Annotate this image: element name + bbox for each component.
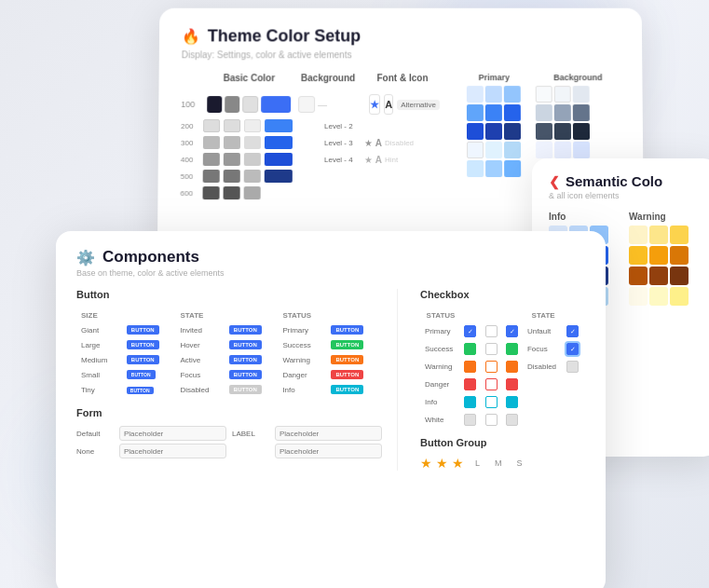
warn-sw-5 (649, 246, 668, 265)
cb-primary-1[interactable]: ✓ (464, 325, 476, 337)
checkbox-section: Checkbox STATUS STATE Primary ✓ (413, 289, 585, 471)
row-200: 200 Level - 2 (181, 119, 452, 132)
danger-status-btn[interactable]: BUTTON (331, 370, 363, 379)
alternative-badge: Alternative (397, 100, 440, 110)
cb-white-1[interactable] (464, 414, 476, 426)
tiny-btn[interactable]: BUTTON (127, 387, 154, 394)
cb-info-1[interactable] (464, 396, 476, 408)
bg-sw-8 (554, 123, 571, 140)
form-section-title: Form (76, 407, 382, 418)
large-btn[interactable]: BUTTON (127, 340, 159, 349)
cb-row-warning: Warning Disabled (422, 359, 583, 375)
dark-swatch (207, 96, 222, 113)
small-btn[interactable]: BUTTON (127, 370, 156, 379)
cb-danger-2[interactable] (485, 378, 498, 390)
cb-warning-3[interactable] (506, 361, 518, 373)
cb-focus[interactable]: ✓ (566, 343, 579, 355)
bg-sw-12 (573, 142, 590, 158)
primary-swatch-8 (485, 123, 502, 140)
button-table: SIZE STATE STATUS Giant BUTTON Invited B… (76, 308, 382, 398)
btn-row-small: Small BUTTON Focus BUTTON Danger BUTTON (78, 368, 380, 381)
flame-icon: 🔥 (182, 28, 200, 46)
primary-status-btn[interactable]: BUTTON (331, 325, 363, 335)
primary-swatch-9 (504, 123, 521, 140)
row-400: 400 Level - 4 ★ A Hint (181, 153, 453, 166)
cb-white-2[interactable] (485, 414, 498, 426)
primary-swatch-15 (505, 160, 522, 177)
cb-warning-2[interactable] (485, 361, 498, 373)
form-extra-input[interactable] (275, 444, 382, 458)
warning-grid (629, 226, 702, 306)
bg-sw-11 (554, 142, 571, 158)
info-label: Info (549, 212, 621, 222)
cb-primary-2[interactable] (485, 325, 498, 337)
giant-btn[interactable]: BUTTON (127, 325, 159, 335)
form-default-input[interactable] (119, 426, 226, 441)
theme-card-title: Theme Color Setup (208, 27, 361, 47)
cb-row-white: White (422, 412, 583, 428)
active-btn[interactable]: BUTTON (229, 355, 262, 364)
cb-danger-1[interactable] (464, 378, 476, 390)
primary-swatch-12 (504, 142, 521, 158)
cb-danger-3[interactable] (506, 378, 518, 390)
basic-color-header: Basic Color (207, 73, 291, 89)
cb-unfault[interactable]: ✓ (566, 325, 579, 337)
disabled-btn[interactable]: BUTTON (229, 385, 262, 394)
a-icon-box: A (384, 94, 393, 115)
cb-info-2[interactable] (485, 396, 498, 408)
size-l: L (475, 458, 480, 468)
cb-row-danger: Danger (422, 376, 583, 392)
cb-info-3[interactable] (506, 396, 518, 408)
invited-btn[interactable]: BUTTON (229, 325, 262, 335)
cb-white-3[interactable] (506, 414, 518, 426)
cb-row-info: Info (422, 394, 583, 410)
warn-sw-8 (649, 267, 668, 285)
primary-swatch-4 (467, 104, 484, 121)
checkbox-section-title: Checkbox (420, 289, 585, 300)
btn-row-giant: Giant BUTTON Invited BUTTON Primary BUTT… (78, 323, 380, 336)
bg-sw-3 (573, 86, 590, 103)
success-status-btn[interactable]: BUTTON (331, 340, 363, 349)
bg-swatch-1 (298, 96, 315, 113)
warn-sw-12 (670, 287, 689, 306)
btn-row-tiny: Tiny BUTTON Disabled BUTTON Info BUTTON (78, 383, 380, 396)
star-3: ★ (452, 456, 464, 471)
cb-success-3[interactable] (506, 343, 518, 355)
components-subtitle: Base on theme, color & active elements (76, 268, 585, 278)
state-col-header: STATE (177, 309, 224, 321)
cb-warning-1[interactable] (464, 361, 476, 373)
cb-row-primary: Primary ✓ ✓ Unfault ✓ (422, 323, 583, 339)
primary-swatch-7 (467, 123, 484, 140)
primary-swatch-3 (504, 86, 521, 103)
cb-success-2[interactable] (485, 343, 498, 355)
warn-sw-2 (649, 226, 668, 244)
size-labels: L M S (475, 458, 523, 468)
hover-btn[interactable]: BUTTON (229, 340, 262, 349)
status-col-header: STATUS (280, 309, 326, 321)
cb-state-header: STATE (525, 309, 562, 321)
warn-sw-6 (670, 246, 689, 265)
button-section: Button SIZE STATE STATUS Giant BUT (76, 289, 398, 471)
primary-swatch-6 (504, 104, 521, 121)
semantic-subtitle: & all icon elements (549, 191, 702, 200)
form-none-input[interactable] (119, 444, 226, 458)
focus-btn[interactable]: BUTTON (229, 370, 262, 379)
row-300: 300 Level - 3 ★ A Disabled (181, 136, 453, 149)
row-100-label: 100 (181, 100, 207, 109)
star-icon-box: ★ (369, 94, 380, 115)
theme-card-subtitle: Display: Settings, color & active elemen… (182, 49, 620, 60)
info-status-btn[interactable]: BUTTON (331, 385, 363, 394)
cb-primary-3[interactable]: ✓ (506, 325, 518, 337)
background-header: Background (291, 73, 365, 89)
cb-success-1[interactable] (464, 343, 476, 355)
components-card: ⚙️ Components Base on theme, color & act… (56, 231, 606, 588)
warning-status-btn[interactable]: BUTTON (331, 355, 363, 364)
medium-btn[interactable]: BUTTON (127, 355, 159, 364)
components-header: ⚙️ Components (76, 248, 585, 267)
components-title: Components (102, 248, 199, 267)
checkbox-table: STATUS STATE Primary ✓ ✓ Unfault (420, 308, 585, 430)
cb-disabled[interactable] (566, 361, 579, 373)
primary-swatch-2 (485, 86, 502, 103)
hint-label: Hint (385, 156, 398, 164)
form-label-input[interactable] (275, 426, 382, 441)
